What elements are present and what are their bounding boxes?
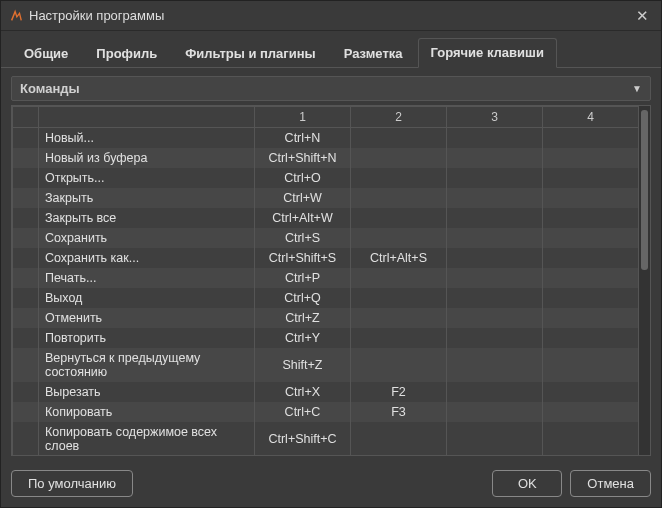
tab-layout[interactable]: Разметка (331, 39, 416, 68)
hotkey-cell[interactable] (543, 128, 639, 149)
hotkey-cell[interactable] (351, 228, 447, 248)
command-name: Закрыть все (39, 208, 255, 228)
table-row[interactable]: Копировать содержимое всех слоевCtrl+Shi… (13, 422, 639, 455)
hotkey-cell[interactable] (447, 208, 543, 228)
hotkey-cell[interactable] (543, 382, 639, 402)
hotkey-cell[interactable] (543, 422, 639, 455)
hotkey-cell[interactable]: Shift+Z (255, 348, 351, 382)
hotkey-cell[interactable] (447, 348, 543, 382)
hotkey-cell[interactable]: F2 (351, 382, 447, 402)
hotkey-cell[interactable] (543, 328, 639, 348)
hotkey-cell[interactable] (447, 228, 543, 248)
hotkey-cell[interactable]: Ctrl+Shift+N (255, 148, 351, 168)
table-row[interactable]: ПовторитьCtrl+Y (13, 328, 639, 348)
hotkey-cell[interactable] (447, 328, 543, 348)
hotkey-cell[interactable]: Ctrl+X (255, 382, 351, 402)
hotkey-cell[interactable]: Ctrl+Alt+W (255, 208, 351, 228)
hotkey-cell[interactable]: Ctrl+Y (255, 328, 351, 348)
hotkey-cell[interactable] (543, 402, 639, 422)
hotkey-cell[interactable] (447, 188, 543, 208)
defaults-button[interactable]: По умолчанию (11, 470, 133, 497)
command-name: Копировать (39, 402, 255, 422)
hotkey-cell[interactable] (543, 268, 639, 288)
hotkey-cell[interactable]: Ctrl+Shift+C (255, 422, 351, 455)
cancel-button[interactable]: Отмена (570, 470, 651, 497)
hotkey-cell[interactable] (351, 308, 447, 328)
table-row[interactable]: Открыть...Ctrl+O (13, 168, 639, 188)
hotkey-cell[interactable]: F3 (351, 402, 447, 422)
tab-general[interactable]: Общие (11, 39, 81, 68)
hotkey-cell[interactable] (351, 268, 447, 288)
hotkey-cell[interactable] (351, 422, 447, 455)
hotkey-cell[interactable] (543, 348, 639, 382)
hotkey-cell[interactable]: Ctrl+C (255, 402, 351, 422)
hotkey-cell[interactable] (447, 422, 543, 455)
hotkey-cell[interactable] (543, 308, 639, 328)
hotkey-cell[interactable] (351, 168, 447, 188)
col-1[interactable]: 1 (255, 107, 351, 128)
hotkey-cell[interactable] (351, 348, 447, 382)
table-row[interactable]: Сохранить как...Ctrl+Shift+SCtrl+Alt+S (13, 248, 639, 268)
hotkey-cell[interactable]: Ctrl+Alt+S (351, 248, 447, 268)
hotkey-cell[interactable] (543, 288, 639, 308)
hotkey-cell[interactable] (543, 228, 639, 248)
hotkey-cell[interactable] (447, 402, 543, 422)
hotkey-cell[interactable]: Ctrl+O (255, 168, 351, 188)
hotkey-cell[interactable] (447, 382, 543, 402)
close-icon[interactable]: ✕ (631, 7, 653, 25)
hotkey-cell[interactable] (447, 288, 543, 308)
table-row[interactable]: ЗакрытьCtrl+W (13, 188, 639, 208)
hotkey-cell[interactable]: Ctrl+W (255, 188, 351, 208)
tab-hotkeys[interactable]: Горячие клавиши (418, 38, 557, 68)
col-icon[interactable] (13, 107, 39, 128)
hotkey-cell[interactable]: Ctrl+Q (255, 288, 351, 308)
table-row[interactable]: Закрыть всеCtrl+Alt+W (13, 208, 639, 228)
hotkey-cell[interactable]: Ctrl+P (255, 268, 351, 288)
hotkey-cell[interactable] (543, 248, 639, 268)
hotkey-cell[interactable] (543, 208, 639, 228)
hotkey-cell[interactable] (543, 168, 639, 188)
hotkey-cell[interactable] (447, 168, 543, 188)
col-4[interactable]: 4 (543, 107, 639, 128)
col-3[interactable]: 3 (447, 107, 543, 128)
hotkey-cell[interactable] (351, 208, 447, 228)
table-row[interactable]: Печать...Ctrl+P (13, 268, 639, 288)
tab-filters[interactable]: Фильтры и плагины (172, 39, 329, 68)
hotkey-cell[interactable]: Ctrl+S (255, 228, 351, 248)
row-icon (13, 328, 39, 348)
hotkey-cell[interactable] (351, 148, 447, 168)
vertical-scrollbar[interactable] (638, 106, 650, 455)
command-name: Повторить (39, 328, 255, 348)
hotkey-cell[interactable]: Ctrl+Shift+S (255, 248, 351, 268)
hotkey-cell[interactable] (447, 308, 543, 328)
col-2[interactable]: 2 (351, 107, 447, 128)
hotkey-cell[interactable] (543, 188, 639, 208)
tab-profile[interactable]: Профиль (83, 39, 170, 68)
scroll-thumb[interactable] (641, 110, 648, 270)
col-command[interactable] (39, 107, 255, 128)
hotkey-cell[interactable] (543, 148, 639, 168)
hotkey-cell[interactable]: Ctrl+Z (255, 308, 351, 328)
hotkey-cell[interactable]: Ctrl+N (255, 128, 351, 149)
hotkey-cell[interactable] (447, 268, 543, 288)
table-row[interactable]: ВыходCtrl+Q (13, 288, 639, 308)
hotkey-cell[interactable] (351, 188, 447, 208)
table-row[interactable]: Новый...Ctrl+N (13, 128, 639, 149)
table-row[interactable]: Вернуться к предыдущему состояниюShift+Z (13, 348, 639, 382)
row-icon (13, 208, 39, 228)
hotkey-cell[interactable] (351, 128, 447, 149)
table-row[interactable]: СохранитьCtrl+S (13, 228, 639, 248)
command-name: Печать... (39, 268, 255, 288)
section-header-commands[interactable]: Команды ▼ (11, 76, 651, 101)
hotkey-cell[interactable] (447, 248, 543, 268)
hotkey-cell[interactable] (447, 148, 543, 168)
hotkey-cell[interactable] (351, 328, 447, 348)
table-row[interactable]: ВырезатьCtrl+XF2 (13, 382, 639, 402)
table-row[interactable]: КопироватьCtrl+CF3 (13, 402, 639, 422)
hotkey-cell[interactable] (447, 128, 543, 149)
hotkey-cell[interactable] (351, 288, 447, 308)
chevron-down-icon: ▼ (632, 83, 642, 94)
table-row[interactable]: ОтменитьCtrl+Z (13, 308, 639, 328)
table-row[interactable]: Новый из буфераCtrl+Shift+N (13, 148, 639, 168)
ok-button[interactable]: OK (492, 470, 562, 497)
